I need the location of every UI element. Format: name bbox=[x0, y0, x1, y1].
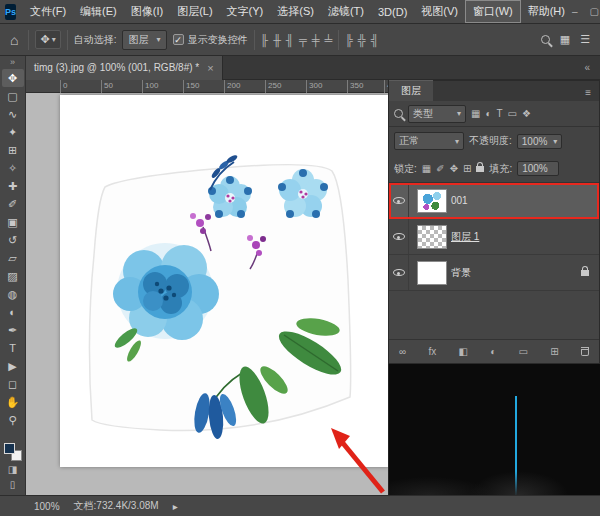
layer-name[interactable]: 图层 1 bbox=[451, 230, 479, 244]
show-transform-controls-checkbox[interactable]: ✓ 显示变换控件 bbox=[173, 33, 248, 47]
panel-options-icon[interactable]: ☰ bbox=[580, 33, 590, 46]
tab-close-icon[interactable]: × bbox=[207, 62, 213, 74]
minimize-button[interactable]: – bbox=[572, 6, 578, 17]
distribute-center-icon[interactable]: ╬ bbox=[358, 34, 366, 46]
tool-gradient[interactable]: ▨ bbox=[2, 267, 24, 285]
filter-group-icon[interactable]: ▭ bbox=[508, 108, 517, 119]
eye-icon[interactable] bbox=[393, 269, 405, 276]
home-icon[interactable]: ⌂ bbox=[6, 32, 22, 48]
layer-row-background[interactable]: 背景 bbox=[389, 255, 599, 291]
status-expand-icon[interactable]: ▸ bbox=[173, 501, 178, 512]
document-canvas[interactable] bbox=[60, 95, 388, 467]
tool-eraser[interactable]: ▱ bbox=[2, 249, 24, 267]
tool-marquee[interactable]: ▢ bbox=[2, 87, 24, 105]
eye-icon[interactable] bbox=[393, 233, 405, 240]
lock-position-icon[interactable]: ✥ bbox=[450, 163, 458, 174]
document-tab[interactable]: timg (3).jpg @ 100% (001, RGB/8#) * × bbox=[26, 56, 223, 80]
tool-path-select[interactable]: ▶ bbox=[2, 357, 24, 375]
tool-history-brush[interactable]: ↺ bbox=[2, 231, 24, 249]
filter-adjustment-icon[interactable]: ◐ bbox=[485, 108, 491, 119]
align-bottom-icon[interactable]: ╧ bbox=[324, 34, 332, 46]
menu-help[interactable]: 帮助(H) bbox=[521, 1, 572, 22]
layer-row-001[interactable]: 001 bbox=[389, 183, 599, 219]
fill-dropdown[interactable]: 100% bbox=[517, 161, 559, 176]
lock-pixels-icon[interactable]: ✐ bbox=[436, 163, 444, 174]
tool-shape[interactable]: ◻ bbox=[2, 375, 24, 393]
visibility-cell[interactable] bbox=[389, 183, 409, 218]
align-left-icon[interactable]: ╟ bbox=[261, 34, 269, 46]
window-controls: – ▢ × bbox=[572, 6, 600, 17]
eye-icon[interactable] bbox=[393, 197, 405, 204]
auto-select-dropdown[interactable]: 图层 ▾ bbox=[122, 30, 166, 50]
delete-layer-icon[interactable] bbox=[581, 347, 589, 356]
tool-eyedropper[interactable]: ✧ bbox=[2, 159, 24, 177]
new-group-icon[interactable]: ▭ bbox=[519, 346, 528, 357]
blend-mode-dropdown[interactable]: 正常 ▾ bbox=[394, 132, 464, 150]
layers-panel-tab[interactable]: 图层 bbox=[389, 80, 433, 101]
quick-mask-icon[interactable]: ◨ bbox=[8, 464, 17, 476]
menu-layer[interactable]: 图层(L) bbox=[170, 1, 219, 22]
layer-thumbnail[interactable] bbox=[417, 225, 447, 249]
tool-healing-brush[interactable]: ✚ bbox=[2, 177, 24, 195]
filter-type-dropdown[interactable]: 类型 ▾ bbox=[408, 105, 466, 123]
menu-type[interactable]: 文字(Y) bbox=[220, 1, 271, 22]
layer-row-layer1[interactable]: 图层 1 bbox=[389, 219, 599, 255]
panel-menu-icon[interactable]: ≡ bbox=[577, 87, 599, 101]
tool-zoom[interactable]: ⚲ bbox=[2, 411, 24, 429]
align-center-h-icon[interactable]: ╫ bbox=[273, 34, 281, 46]
tool-quick-select[interactable]: ✦ bbox=[2, 123, 24, 141]
menu-select[interactable]: 选择(S) bbox=[270, 1, 321, 22]
menu-view[interactable]: 视图(V) bbox=[414, 1, 465, 22]
menu-edit[interactable]: 编辑(E) bbox=[73, 1, 124, 22]
workspace-icon[interactable]: ▦ bbox=[560, 33, 570, 46]
distribute-right-icon[interactable]: ╣ bbox=[371, 34, 379, 46]
maximize-button[interactable]: ▢ bbox=[590, 6, 599, 17]
layer-thumbnail[interactable] bbox=[417, 189, 447, 213]
layer-mask-icon[interactable]: ◧ bbox=[458, 346, 467, 357]
menu-filter[interactable]: 滤镜(T) bbox=[321, 1, 371, 22]
tool-preset-dropdown[interactable]: ✥ ▾ bbox=[35, 30, 60, 49]
layer-style-icon[interactable]: fx bbox=[428, 346, 436, 357]
filter-smart-object-icon[interactable]: ❖ bbox=[522, 108, 531, 119]
dock-collapse-icon[interactable]: « bbox=[584, 62, 600, 73]
adjustment-layer-icon[interactable]: ◐ bbox=[490, 346, 496, 357]
layer-thumbnail[interactable] bbox=[417, 261, 447, 285]
layer-name[interactable]: 背景 bbox=[451, 266, 471, 280]
foreground-color-swatch[interactable] bbox=[4, 443, 15, 454]
align-middle-v-icon[interactable]: ╪ bbox=[312, 34, 320, 46]
menu-file[interactable]: 文件(F) bbox=[23, 1, 73, 22]
tool-move[interactable]: ✥ bbox=[2, 69, 24, 87]
menu-window[interactable]: 窗口(W) bbox=[465, 0, 521, 23]
filter-type-layer-icon[interactable]: T bbox=[497, 108, 503, 119]
menu-3d[interactable]: 3D(D) bbox=[371, 3, 414, 21]
tool-crop[interactable]: ⊞ bbox=[2, 141, 24, 159]
tool-dodge[interactable]: ◐ bbox=[2, 303, 24, 321]
visibility-cell[interactable] bbox=[389, 219, 409, 254]
zoom-level[interactable]: 100% bbox=[34, 501, 60, 512]
tool-type[interactable]: T bbox=[2, 339, 24, 357]
filter-pixel-icon[interactable]: ▦ bbox=[471, 108, 480, 119]
lock-artboard-icon[interactable]: ⊞ bbox=[463, 163, 471, 174]
tool-pen[interactable]: ✒ bbox=[2, 321, 24, 339]
tool-hand[interactable]: ✋ bbox=[2, 393, 24, 411]
align-right-icon[interactable]: ╢ bbox=[286, 34, 294, 46]
tool-lasso[interactable]: ∿ bbox=[2, 105, 24, 123]
color-swatches[interactable] bbox=[4, 443, 22, 461]
new-layer-icon[interactable]: ⊞ bbox=[550, 346, 558, 357]
menu-image[interactable]: 图像(I) bbox=[124, 1, 170, 22]
visibility-cell[interactable] bbox=[389, 255, 409, 290]
tool-brush[interactable]: ✐ bbox=[2, 195, 24, 213]
link-layers-icon[interactable]: ∞ bbox=[399, 346, 406, 357]
opacity-dropdown[interactable]: 100% ▾ bbox=[517, 134, 563, 149]
tool-blur[interactable]: ◍ bbox=[2, 285, 24, 303]
lock-all-icon[interactable] bbox=[476, 166, 484, 172]
distribute-left-icon[interactable]: ╠ bbox=[345, 34, 353, 46]
tool-clone-stamp[interactable]: ▣ bbox=[2, 213, 24, 231]
layer-name[interactable]: 001 bbox=[451, 195, 468, 206]
lock-transparency-icon[interactable]: ▦ bbox=[422, 163, 431, 174]
align-top-icon[interactable]: ╤ bbox=[299, 34, 307, 46]
screen-mode-icon[interactable]: ▯ bbox=[10, 479, 16, 491]
toolbar-collapse-icon[interactable]: » bbox=[10, 56, 15, 69]
canvas-area[interactable]: 0 50 100 150 200 250 300 350 400 bbox=[26, 80, 388, 495]
search-icon[interactable] bbox=[541, 35, 550, 44]
